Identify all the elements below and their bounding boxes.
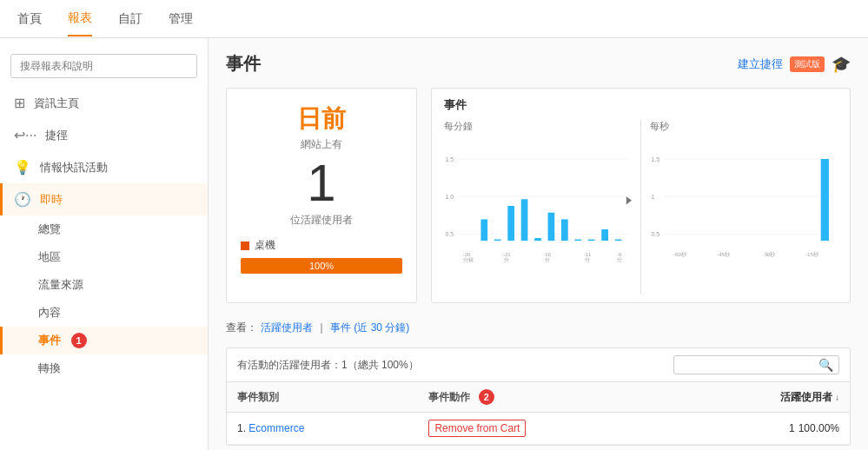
svg-text:1: 1	[652, 194, 655, 200]
sidebar-item-label: 情報快訊活動	[40, 160, 108, 175]
page-title: 事件	[226, 52, 261, 76]
svg-text:-15秒: -15秒	[805, 251, 818, 257]
svg-marker-28	[626, 196, 632, 204]
header-right: 建立捷徑 測試版 🎓	[738, 55, 851, 74]
sidebar-subitem-region[interactable]: 地區	[0, 243, 208, 271]
view-label: 查看：	[226, 321, 257, 335]
svg-text:-30秒: -30秒	[763, 251, 776, 257]
legend-dot	[241, 242, 249, 250]
table-row: 1. Ecommerce Remove from Cart 1 100.00%	[227, 413, 850, 445]
nav-reports[interactable]: 報表	[68, 2, 92, 36]
create-shortcut-link[interactable]: 建立捷徑	[738, 56, 783, 72]
users-label: 位活躍使用者	[241, 213, 402, 228]
svg-text:-60秒: -60秒	[673, 251, 686, 257]
legend-label: 桌機	[255, 238, 275, 253]
sidebar-item-dashboard[interactable]: ⊞ 資訊主頁	[0, 87, 208, 119]
events-table: 事件類別 事件動作 2 活躍使用者 ↓	[227, 382, 850, 445]
top-nav: 首頁 報表 自訂 管理	[0, 0, 868, 38]
badge-2: 2	[479, 389, 494, 405]
svg-text:分鐘: 分鐘	[463, 256, 474, 262]
sidebar-subitem-content[interactable]: 內容	[0, 299, 208, 327]
left-chart-svg: 1.5 1.0 0.5	[444, 136, 632, 275]
sidebar-item-label: 即時	[40, 192, 63, 208]
nav-home[interactable]: 首頁	[17, 3, 42, 36]
table-search-input[interactable]	[679, 359, 818, 371]
sidebar-item-label: 捷徑	[45, 128, 68, 143]
sort-icon: ↓	[835, 393, 839, 402]
content-header: 事件 建立捷徑 測試版 🎓	[226, 52, 851, 76]
grid-icon: ⊞	[14, 95, 25, 111]
table-count: 有活動的活躍使用者：1（總共 100%）	[237, 358, 419, 373]
col-action: 事件動作 2	[418, 382, 675, 413]
badge-1: 1	[71, 333, 87, 348]
hat-icon[interactable]: 🎓	[832, 55, 851, 74]
sidebar-subitem-overview[interactable]: 總覽	[0, 215, 208, 243]
col-category: 事件類別	[227, 382, 418, 413]
chart-title: 事件	[444, 97, 838, 113]
category-link[interactable]: Ecommerce	[248, 422, 304, 434]
svg-text:0.5: 0.5	[652, 231, 660, 237]
sidebar-subitem-conversion[interactable]: 轉換	[0, 354, 208, 382]
svg-text:分: 分	[545, 256, 550, 262]
sidebar-subitem-traffic[interactable]: 流量來源	[0, 271, 208, 299]
svg-text:1.0: 1.0	[446, 194, 454, 200]
right-chart-svg: 1.5 1 0.5 -60秒 -45秒	[650, 136, 838, 275]
clock-icon: 🕐	[14, 191, 31, 208]
stats-subtitle: 網站上有	[241, 137, 402, 152]
sidebar-item-realtime[interactable]: 🕐 即時	[0, 183, 208, 215]
row-index: 1. Ecommerce	[227, 413, 418, 445]
svg-rect-15	[588, 240, 595, 242]
progress-bar-fill: 100%	[241, 258, 402, 274]
sidebar: ⊞ 資訊主頁 ↩··· 捷徑 💡 情報快訊活動 🕐 即時 總覽 地區 流量來源 …	[0, 38, 209, 450]
current-label: 日前	[241, 103, 402, 136]
svg-rect-35	[821, 159, 829, 241]
row-users: 1 100.00%	[675, 413, 850, 445]
nav-custom[interactable]: 自訂	[118, 3, 142, 36]
search-input[interactable]	[10, 54, 197, 78]
active-users-link[interactable]: 活躍使用者	[261, 321, 313, 335]
content-area: 事件 建立捷徑 測試版 🎓 日前 網站上有 1 位活躍使用者 桌機	[209, 38, 868, 450]
sidebar-item-campaigns[interactable]: 💡 情報快訊活動	[0, 151, 208, 183]
charts-inner: 每分鐘 1.5 1.0 0.5	[444, 120, 838, 294]
legend-item: 桌機	[241, 238, 402, 253]
svg-text:分: 分	[504, 256, 509, 262]
sidebar-search-container	[10, 54, 197, 78]
svg-text:分: 分	[617, 256, 622, 262]
progress-bar: 100%	[241, 258, 402, 274]
left-chart-label: 每分鐘	[444, 120, 632, 133]
chart-container: 事件 每分鐘 1.5 1.0 0.5	[431, 88, 851, 303]
shortcut-icon: ↩···	[14, 127, 36, 143]
events-link[interactable]: 事件 (近 30 分鐘)	[330, 321, 409, 335]
svg-rect-14	[574, 240, 581, 242]
row-action: Remove from Cart	[418, 413, 675, 445]
chart-left: 每分鐘 1.5 1.0 0.5	[444, 120, 641, 294]
table-section: 有活動的活躍使用者：1（總共 100%） 🔍 事件類別 事件動作	[226, 347, 851, 446]
svg-rect-12	[548, 213, 555, 241]
svg-rect-13	[561, 219, 568, 241]
sidebar-subitem-events[interactable]: 事件 1	[0, 327, 208, 354]
svg-text:1.5: 1.5	[446, 156, 454, 162]
active-users-count: 1	[241, 157, 402, 209]
charts-row: 日前 網站上有 1 位活躍使用者 桌機 100%	[226, 88, 851, 303]
view-separator: ｜	[316, 321, 327, 335]
svg-rect-16	[601, 229, 608, 241]
svg-rect-11	[534, 238, 541, 241]
stats-panel: 日前 網站上有 1 位活躍使用者 桌機 100%	[226, 88, 417, 303]
svg-rect-8	[494, 240, 501, 242]
sidebar-item-shortcuts[interactable]: ↩··· 捷徑	[0, 119, 208, 151]
svg-rect-7	[480, 219, 487, 241]
svg-rect-10	[521, 199, 528, 241]
bulb-icon: 💡	[14, 159, 31, 175]
table-header-bar: 有活動的活躍使用者：1（總共 100%） 🔍	[227, 348, 850, 382]
search-icon[interactable]: 🔍	[818, 358, 833, 372]
view-bar: 查看： 活躍使用者 ｜ 事件 (近 30 分鐘)	[226, 315, 851, 341]
svg-text:-45秒: -45秒	[717, 251, 730, 257]
nav-manage[interactable]: 管理	[169, 3, 193, 36]
main-layout: ⊞ 資訊主頁 ↩··· 捷徑 💡 情報快訊活動 🕐 即時 總覽 地區 流量來源 …	[0, 38, 868, 450]
right-chart-label: 每秒	[650, 120, 838, 133]
svg-text:0.5: 0.5	[446, 231, 454, 237]
svg-text:1.5: 1.5	[652, 156, 660, 162]
svg-rect-9	[507, 206, 514, 241]
remove-from-cart-badge: Remove from Cart	[428, 420, 526, 437]
svg-rect-17	[615, 240, 622, 242]
